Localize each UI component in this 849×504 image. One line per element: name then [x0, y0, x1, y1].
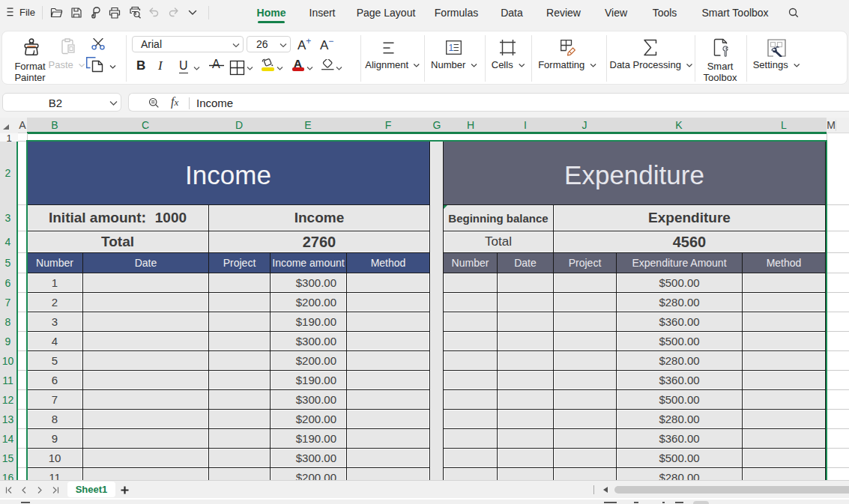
svg-text:1: 1: [449, 43, 454, 53]
